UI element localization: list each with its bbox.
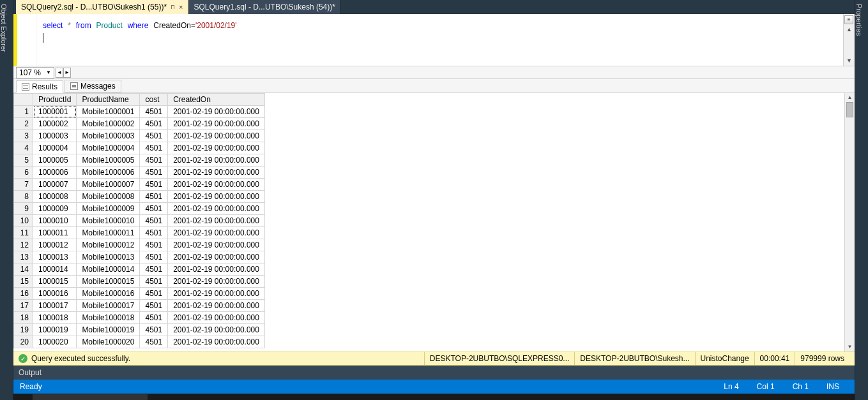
cell-productname[interactable]: Mobile1000019 (77, 324, 140, 336)
editor-vscrollbar[interactable]: ≡ ▲ ▼ (843, 14, 855, 66)
cell-productname[interactable]: Mobile1000017 (77, 300, 140, 312)
cell-productname[interactable]: Mobile1000005 (77, 154, 140, 167)
rownum-cell[interactable]: 3 (14, 130, 33, 142)
cell-createdon[interactable]: 2001-02-19 00:00:00.000 (168, 118, 265, 130)
table-row[interactable]: 141000014Mobile100001445012001-02-19 00:… (14, 263, 265, 276)
cell-productid[interactable]: 1000002 (33, 118, 77, 130)
rownum-cell[interactable]: 1 (14, 106, 33, 118)
cell-productname[interactable]: Mobile1000016 (77, 288, 140, 300)
cell-productid[interactable]: 1000012 (33, 239, 77, 251)
header-rownum[interactable] (14, 94, 33, 106)
cell-productid[interactable]: 1000006 (33, 167, 77, 179)
cell-productname[interactable]: Mobile1000010 (77, 215, 140, 227)
table-row[interactable]: 91000009Mobile100000945012001-02-19 00:0… (14, 203, 265, 215)
table-row[interactable]: 51000005Mobile100000545012001-02-19 00:0… (14, 154, 265, 167)
sql-editor[interactable]: select * from Product where CreatedOn='2… (36, 14, 855, 66)
cell-productname[interactable]: Mobile1000018 (77, 312, 140, 324)
cell-cost[interactable]: 4501 (140, 215, 168, 227)
table-row[interactable]: 201000020Mobile100002045012001-02-19 00:… (14, 336, 265, 348)
cell-createdon[interactable]: 2001-02-19 00:00:00.000 (168, 288, 265, 300)
output-panel-header[interactable]: Output (13, 366, 855, 380)
cell-productname[interactable]: Mobile1000007 (77, 179, 140, 191)
rownum-cell[interactable]: 18 (14, 312, 33, 324)
cell-cost[interactable]: 4501 (140, 154, 168, 167)
pin-icon[interactable]: ⊓ (171, 4, 175, 10)
cell-cost[interactable]: 4501 (140, 167, 168, 179)
table-row[interactable]: 151000015Mobile100001545012001-02-19 00:… (14, 276, 265, 288)
table-row[interactable]: 71000007Mobile100000745012001-02-19 00:0… (14, 179, 265, 191)
document-tab[interactable]: SQLQuery1.sql - D...UTBO\Sukesh (54))* (189, 0, 341, 14)
scroll-thumb[interactable] (846, 102, 853, 117)
rownum-cell[interactable]: 4 (14, 142, 33, 154)
cell-cost[interactable]: 4501 (140, 118, 168, 130)
table-row[interactable]: 121000012Mobile100001245012001-02-19 00:… (14, 239, 265, 251)
object-explorer-panel[interactable]: Object Explorer (0, 0, 13, 400)
cell-productid[interactable]: 1000013 (33, 251, 77, 263)
table-row[interactable]: 191000019Mobile100001945012001-02-19 00:… (14, 324, 265, 336)
cell-productid[interactable]: 1000014 (33, 263, 77, 276)
cell-productid[interactable]: 1000018 (33, 312, 77, 324)
table-row[interactable]: 41000004Mobile100000445012001-02-19 00:0… (14, 142, 265, 154)
cell-productid[interactable]: 1000010 (33, 215, 77, 227)
cell-cost[interactable]: 4501 (140, 288, 168, 300)
cell-createdon[interactable]: 2001-02-19 00:00:00.000 (168, 203, 265, 215)
rownum-cell[interactable]: 15 (14, 276, 33, 288)
scroll-down-icon[interactable]: ▼ (845, 343, 855, 352)
cell-productid[interactable]: 1000007 (33, 179, 77, 191)
cell-cost[interactable]: 4501 (140, 324, 168, 336)
cell-cost[interactable]: 4501 (140, 251, 168, 263)
header-createdon[interactable]: CreatedOn (168, 94, 265, 106)
cell-cost[interactable]: 4501 (140, 276, 168, 288)
cell-cost[interactable]: 4501 (140, 179, 168, 191)
rownum-cell[interactable]: 16 (14, 288, 33, 300)
cell-productname[interactable]: Mobile1000003 (77, 130, 140, 142)
table-row[interactable]: 61000006Mobile100000645012001-02-19 00:0… (14, 167, 265, 179)
cell-cost[interactable]: 4501 (140, 191, 168, 203)
table-row[interactable]: 131000013Mobile100001345012001-02-19 00:… (14, 251, 265, 263)
cell-createdon[interactable]: 2001-02-19 00:00:00.000 (168, 167, 265, 179)
cell-cost[interactable]: 4501 (140, 300, 168, 312)
taskbar-item[interactable] (33, 394, 148, 400)
table-row[interactable]: 101000010Mobile100001045012001-02-19 00:… (14, 215, 265, 227)
cell-productid[interactable]: 1000011 (33, 227, 77, 239)
document-tab-active[interactable]: SQLQuery2.sql - D...UTBO\Sukesh1 (55))* … (16, 0, 189, 14)
cell-productname[interactable]: Mobile1000004 (77, 142, 140, 154)
table-row[interactable]: 81000008Mobile100000845012001-02-19 00:0… (14, 191, 265, 203)
cell-createdon[interactable]: 2001-02-19 00:00:00.000 (168, 239, 265, 251)
cell-productname[interactable]: Mobile1000006 (77, 167, 140, 179)
cell-cost[interactable]: 4501 (140, 142, 168, 154)
cell-cost[interactable]: 4501 (140, 203, 168, 215)
cell-cost[interactable]: 4501 (140, 130, 168, 142)
nav-left-icon[interactable]: ◄ (56, 68, 63, 78)
table-row[interactable]: 171000017Mobile100001745012001-02-19 00:… (14, 300, 265, 312)
results-grid[interactable]: ProductId ProductName cost CreatedOn 110… (13, 93, 265, 348)
cell-cost[interactable]: 4501 (140, 106, 168, 118)
rownum-cell[interactable]: 9 (14, 203, 33, 215)
scroll-up-icon[interactable]: ▲ (844, 26, 855, 33)
table-row[interactable]: 111000011Mobile100001145012001-02-19 00:… (14, 227, 265, 239)
rownum-cell[interactable]: 5 (14, 154, 33, 167)
table-row[interactable]: 11000001Mobile100000145012001-02-19 00:0… (14, 106, 265, 118)
cell-productid[interactable]: 1000005 (33, 154, 77, 167)
cell-createdon[interactable]: 2001-02-19 00:00:00.000 (168, 312, 265, 324)
header-productname[interactable]: ProductName (77, 94, 140, 106)
cell-cost[interactable]: 4501 (140, 227, 168, 239)
cell-createdon[interactable]: 2001-02-19 00:00:00.000 (168, 263, 265, 276)
table-row[interactable]: 31000003Mobile100000345012001-02-19 00:0… (14, 130, 265, 142)
cell-createdon[interactable]: 2001-02-19 00:00:00.000 (168, 300, 265, 312)
header-cost[interactable]: cost (140, 94, 168, 106)
cell-productname[interactable]: Mobile1000002 (77, 118, 140, 130)
cell-productname[interactable]: Mobile1000009 (77, 203, 140, 215)
cell-cost[interactable]: 4501 (140, 263, 168, 276)
close-icon[interactable]: × (179, 3, 183, 11)
cell-cost[interactable]: 4501 (140, 239, 168, 251)
cell-cost[interactable]: 4501 (140, 336, 168, 348)
cell-productid[interactable]: 1000019 (33, 324, 77, 336)
rownum-cell[interactable]: 13 (14, 251, 33, 263)
split-icon[interactable]: ≡ (844, 15, 853, 24)
cell-productname[interactable]: Mobile1000011 (77, 227, 140, 239)
cell-createdon[interactable]: 2001-02-19 00:00:00.000 (168, 130, 265, 142)
zoom-select[interactable]: 107 % ▼ (16, 67, 54, 78)
grid-vscrollbar[interactable]: ▲ ▼ (844, 93, 855, 352)
properties-panel[interactable]: Properties (855, 0, 868, 400)
